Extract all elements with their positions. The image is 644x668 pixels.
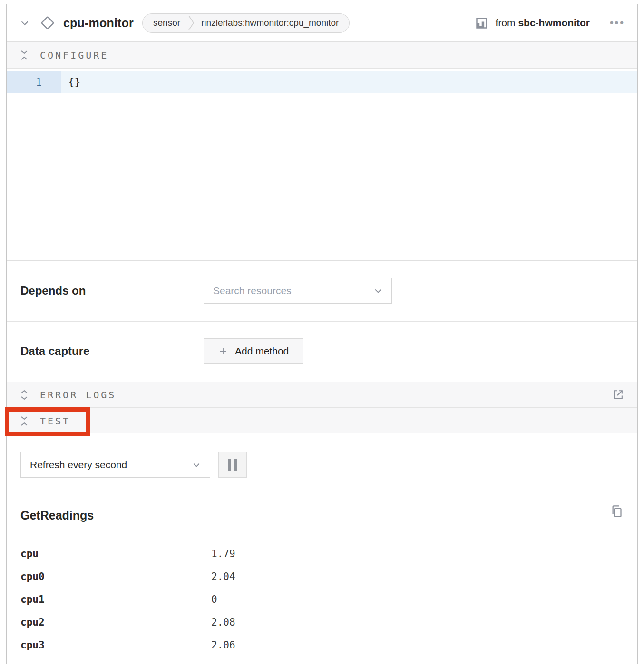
reading-row: cpu1 0 bbox=[20, 588, 637, 611]
machine-part-icon bbox=[475, 17, 488, 29]
header-right: from sbc-hwmonitor ••• bbox=[475, 17, 625, 29]
component-card: cpu-monitor sensor rinzlerlabs:hwmonitor… bbox=[6, 4, 638, 664]
data-capture-section: Data capture Add method bbox=[7, 321, 637, 382]
machine-name: sbc-hwmonitor bbox=[518, 17, 590, 28]
test-controls: Refresh every second bbox=[7, 433, 637, 493]
refresh-rate-value: Refresh every second bbox=[30, 459, 127, 471]
expand-section-icon[interactable] bbox=[20, 389, 29, 401]
reading-value: 0 bbox=[211, 594, 217, 605]
get-readings-panel: GetReadings cpu 1.79 cpu0 2.04 cpu1 0 cp… bbox=[7, 493, 637, 664]
reading-key: cpu3 bbox=[20, 639, 211, 651]
test-section-bar[interactable]: TEST bbox=[7, 408, 637, 433]
collapse-section-icon[interactable] bbox=[20, 415, 29, 427]
json-config-editor[interactable]: 1 {} bbox=[7, 69, 637, 260]
test-section-title: TEST bbox=[40, 415, 70, 427]
collapse-chevron-icon[interactable] bbox=[20, 18, 30, 28]
reading-value: 2.08 bbox=[211, 617, 235, 628]
reading-row: cpu2 2.08 bbox=[20, 611, 637, 634]
depends-on-section: Depends on Search resources bbox=[7, 260, 637, 321]
reading-key: cpu bbox=[20, 548, 211, 560]
component-name: cpu-monitor bbox=[63, 16, 134, 30]
from-machine-label: from sbc-hwmonitor bbox=[496, 17, 590, 29]
reading-row: cpu0 2.04 bbox=[20, 565, 637, 588]
chevron-down-icon bbox=[192, 460, 201, 470]
component-header: cpu-monitor sensor rinzlerlabs:hwmonitor… bbox=[7, 4, 637, 41]
reading-key: cpu2 bbox=[20, 617, 211, 628]
error-logs-section-bar[interactable]: ERROR LOGS bbox=[7, 382, 637, 408]
breadcrumb-separator-icon bbox=[188, 15, 195, 31]
refresh-rate-select[interactable]: Refresh every second bbox=[20, 452, 210, 478]
editor-active-line[interactable]: 1 {} bbox=[7, 71, 637, 93]
depends-on-placeholder: Search resources bbox=[213, 285, 292, 296]
code-content[interactable]: {} bbox=[61, 71, 637, 93]
reading-value: 2.06 bbox=[211, 639, 235, 651]
reading-key: cpu1 bbox=[20, 594, 211, 605]
pause-icon bbox=[228, 459, 237, 471]
error-logs-section-title: ERROR LOGS bbox=[40, 389, 116, 401]
reading-key: cpu0 bbox=[20, 571, 211, 582]
component-type: sensor bbox=[153, 18, 180, 28]
pause-refresh-button[interactable] bbox=[218, 452, 247, 478]
component-type-pill: sensor rinzlerlabs:hwmonitor:cpu_monitor bbox=[142, 13, 350, 33]
data-capture-label: Data capture bbox=[7, 338, 204, 364]
line-number: 1 bbox=[7, 71, 61, 93]
component-model: rinzlerlabs:hwmonitor:cpu_monitor bbox=[201, 18, 339, 28]
depends-on-select[interactable]: Search resources bbox=[204, 278, 392, 304]
reading-value: 1.79 bbox=[211, 548, 235, 560]
plus-icon bbox=[218, 346, 228, 356]
method-name: GetReadings bbox=[20, 509, 637, 522]
chevron-down-icon bbox=[373, 286, 383, 295]
sensor-component-icon bbox=[40, 16, 55, 30]
configure-section-bar[interactable]: CONFIGURE bbox=[7, 41, 637, 69]
configure-section-title: CONFIGURE bbox=[40, 49, 108, 61]
add-method-button[interactable]: Add method bbox=[204, 338, 303, 364]
copy-icon[interactable] bbox=[610, 505, 623, 518]
collapse-section-icon[interactable] bbox=[20, 49, 29, 61]
reading-row: cpu 1.79 bbox=[20, 542, 637, 565]
readings-table: cpu 1.79 cpu0 2.04 cpu1 0 cpu2 2.08 cpu3… bbox=[20, 542, 637, 657]
more-options-button[interactable]: ••• bbox=[610, 20, 625, 25]
reading-value: 2.04 bbox=[211, 571, 235, 582]
reading-row: cpu3 2.06 bbox=[20, 634, 637, 657]
open-in-new-icon[interactable] bbox=[612, 389, 624, 401]
depends-on-label: Depends on bbox=[7, 278, 204, 304]
